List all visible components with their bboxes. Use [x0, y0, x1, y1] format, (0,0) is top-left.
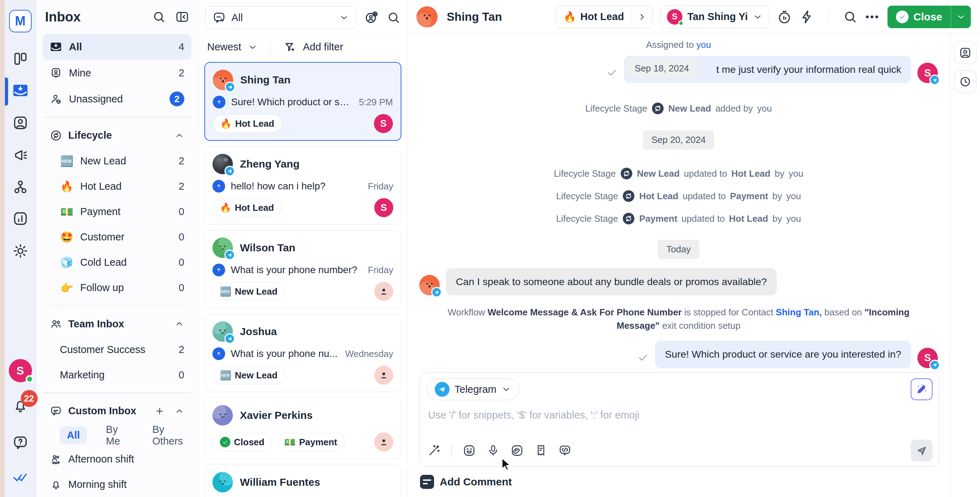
contact-avatar	[212, 405, 233, 425]
telegram-channel-icon	[225, 82, 235, 92]
snippet-icon[interactable]	[535, 444, 548, 457]
custom-morning-shift[interactable]: Morning shift	[43, 472, 191, 497]
chevron-down-icon	[339, 13, 349, 22]
online-status-dot	[678, 21, 684, 26]
outgoing-message: t me just verify your information real q…	[419, 56, 938, 83]
section-team-inbox[interactable]: Team Inbox	[43, 311, 191, 337]
conversation-card[interactable]: Shing Tan Sure! Which product or ser... …	[204, 62, 401, 141]
lifecycle-event: Lifecycle Stage New Lead added by you	[585, 102, 772, 115]
dashboard-icon[interactable]	[12, 51, 29, 67]
broadcast-icon[interactable]	[12, 147, 29, 163]
sort-label[interactable]: Newest	[207, 41, 241, 53]
chevron-down-icon	[753, 12, 763, 22]
sidebar-item-unassigned[interactable]: Unassigned 2	[43, 86, 191, 112]
search-icon[interactable]	[387, 11, 401, 25]
add-comment-button[interactable]: Add Comment	[407, 467, 950, 497]
telegram-icon	[435, 382, 450, 397]
channel-filter-dropdown[interactable]: All	[205, 6, 356, 29]
more-options-icon[interactable]: •••	[865, 11, 880, 23]
chat-filter-icon	[212, 11, 226, 24]
lifecycle-cold-lead[interactable]: 🧊 Cold Lead 0	[43, 250, 191, 275]
code-snippet-icon[interactable]	[558, 444, 572, 457]
search-icon[interactable]	[843, 10, 858, 24]
contact-avatar[interactable]	[417, 6, 438, 27]
inbox-icon[interactable]	[12, 82, 29, 99]
tab-by-me[interactable]: By Me	[99, 421, 133, 450]
ai-assist-button[interactable]	[911, 378, 932, 400]
attachment-icon[interactable]	[511, 444, 524, 457]
add-contact-icon[interactable]	[364, 10, 379, 25]
add-filter-label[interactable]: Add filter	[303, 41, 343, 53]
search-icon[interactable]	[152, 10, 166, 24]
online-status-dot	[25, 375, 33, 383]
lightning-icon[interactable]	[800, 10, 815, 24]
chevron-up-icon	[175, 131, 185, 140]
chat-header: Shing Tan 🔥 Hot Lead S Tan Shing Yi	[407, 0, 980, 34]
tab-by-others[interactable]: By Others	[145, 421, 191, 450]
conversation-card[interactable]: Joshua What is your phone nu... Wednesda…	[204, 314, 401, 392]
lifecycle-stage-pill[interactable]: 🔥 Hot Lead	[555, 6, 652, 28]
assigned-note: Assigned to you	[646, 40, 711, 50]
fire-emoji: 🔥	[563, 11, 576, 23]
close-conversation-button[interactable]: Close	[888, 6, 971, 28]
telegram-channel-icon	[431, 287, 442, 298]
next-stage-button[interactable]	[632, 6, 652, 28]
double-check-icon[interactable]	[12, 469, 29, 485]
assignee-link[interactable]: you	[697, 40, 711, 50]
contact-details-button[interactable]	[954, 41, 977, 64]
message-input[interactable]: Use '/' for snippets, '$' for variables,…	[428, 409, 931, 421]
section-custom-inbox[interactable]: Custom Inbox	[43, 398, 191, 424]
workflows-icon[interactable]	[12, 179, 29, 195]
lifecycle-new-lead[interactable]: 🆕 New Lead 2	[43, 148, 191, 174]
conversation-card[interactable]: Wilson Tan What is your phone number? Fr…	[204, 230, 401, 308]
collapse-panel-icon[interactable]	[175, 10, 189, 24]
emoji-icon[interactable]	[463, 444, 476, 457]
channel-selector[interactable]: Telegram	[427, 378, 519, 400]
conversation-card[interactable]: Xavier Perkins Closed 💵 Payment	[204, 398, 401, 459]
conversation-card[interactable]: William Fuentes	[204, 465, 401, 497]
notifications-button[interactable]: 22	[12, 398, 29, 414]
settings-icon[interactable]	[12, 243, 29, 259]
contact-avatar	[212, 472, 233, 492]
tab-all[interactable]: All	[60, 427, 87, 444]
lifecycle-follow-up[interactable]: 👉 Follow up 0	[43, 275, 191, 301]
team-marketing[interactable]: Marketing 0	[43, 362, 191, 387]
stage-badge: 💵 Payment	[277, 433, 345, 451]
workspace-logo[interactable]: M	[9, 10, 32, 32]
chat-panel: Shing Tan 🔥 Hot Lead S Tan Shing Yi	[407, 0, 980, 497]
help-icon[interactable]	[12, 434, 29, 451]
assignee-dropdown[interactable]: S Tan Shing Yi	[660, 6, 769, 28]
chevron-down-icon[interactable]	[248, 42, 258, 52]
message-thread[interactable]: Assigned to you t me just verify your in…	[407, 34, 950, 373]
notification-badge: 22	[21, 390, 38, 407]
send-button[interactable]	[911, 440, 932, 462]
close-options-chevron[interactable]	[951, 6, 971, 28]
lifecycle-payment[interactable]: 💵 Payment 0	[43, 199, 191, 225]
section-lifecycle[interactable]: Lifecycle	[43, 123, 191, 148]
message-preview: What is your phone nu...	[231, 348, 339, 359]
lifecycle-hot-lead[interactable]: 🔥 Hot Lead 2	[43, 174, 191, 199]
page-title: Inbox	[45, 10, 143, 25]
plus-icon[interactable]	[155, 406, 165, 416]
lifecycle-customer[interactable]: 🤩 Customer 0	[43, 225, 191, 250]
sidebar-item-all[interactable]: All 4	[43, 34, 191, 60]
contact-link[interactable]: Shing Tan,	[776, 307, 822, 317]
team-customer-success[interactable]: Customer Success 2	[43, 337, 191, 362]
user-avatar[interactable]: S	[9, 359, 32, 382]
custom-inbox-icon	[50, 405, 62, 417]
voice-note-icon[interactable]	[487, 444, 500, 457]
date-chip: Sep 18, 2024	[626, 59, 698, 78]
magic-wand-icon[interactable]	[427, 444, 441, 457]
activity-history-button[interactable]	[954, 70, 977, 93]
custom-afternoon-shift[interactable]: Afternoon shift	[43, 447, 191, 472]
contacts-icon[interactable]	[12, 115, 29, 131]
conversation-card[interactable]: Zheng Yang hello! how can i help? Friday…	[204, 147, 401, 225]
chevron-right-icon	[637, 12, 646, 21]
group-icon	[50, 453, 62, 465]
stage-badge: 🆕 New Lead	[212, 366, 285, 384]
sidebar-item-mine[interactable]: Mine 2	[43, 60, 191, 86]
active-nav-indicator	[5, 77, 8, 105]
snooze-icon[interactable]	[777, 10, 792, 24]
reports-icon[interactable]	[12, 210, 29, 227]
unassigned-count-badge: 2	[170, 91, 185, 106]
